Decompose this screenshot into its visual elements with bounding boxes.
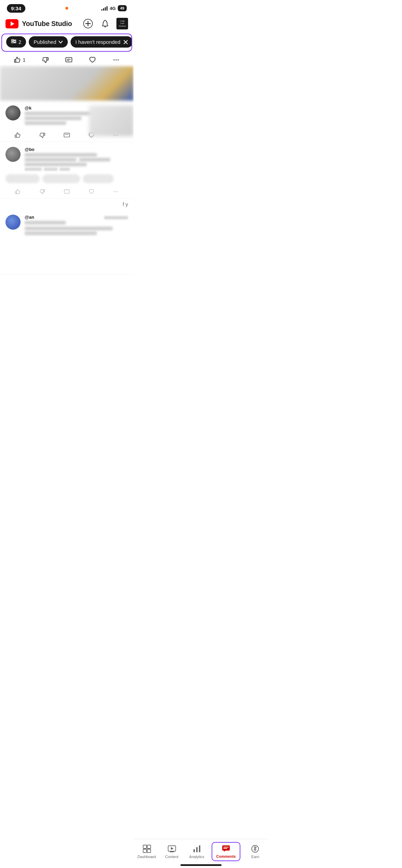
signal-bar-3: [105, 7, 106, 11]
filter-count-chip[interactable]: 2: [6, 36, 26, 48]
more-button-first[interactable]: [112, 56, 120, 63]
published-filter-chip[interactable]: Published: [29, 36, 68, 48]
comment-text-row-2c: [25, 163, 128, 166]
svg-rect-28: [43, 190, 45, 192]
meta-blurred-2b: [44, 168, 58, 171]
comment-content-3: @an: [25, 215, 128, 236]
avatar-3: [5, 215, 21, 230]
header-logo: YouTube Studio: [5, 19, 72, 28]
reply-button-c2[interactable]: [64, 189, 70, 195]
responded-filter-chip[interactable]: I haven't responded: [71, 36, 132, 48]
like-button-c1[interactable]: [14, 132, 21, 138]
comment-text-blurred-2d: [25, 163, 87, 166]
filter-icon: [11, 39, 16, 45]
more-button-c2[interactable]: [113, 189, 119, 195]
svg-point-9: [14, 41, 16, 42]
svg-rect-14: [66, 58, 72, 62]
svg-point-31: [114, 191, 114, 192]
svg-rect-29: [64, 190, 70, 193]
comment-item-2: @bo: [0, 142, 134, 199]
svg-rect-22: [64, 133, 70, 137]
svg-point-18: [114, 60, 115, 61]
reply-button-c1[interactable]: [63, 132, 70, 138]
first-comment-actions-row: 1: [0, 53, 134, 66]
comment-item-3: @an: [0, 210, 134, 274]
comment-header-1: @k: [5, 105, 128, 126]
comment-item-1: @k: [0, 101, 134, 142]
like-count: 1: [23, 57, 26, 63]
avatar-2: [5, 147, 21, 162]
status-bar: 9:34 4G 49: [0, 0, 134, 15]
reply-button-first[interactable]: [65, 56, 73, 63]
comment-text-blurred-2: [25, 116, 81, 120]
header: YouTube Studio Long Live Cinema: [0, 15, 134, 34]
close-icon[interactable]: [123, 40, 128, 44]
svg-point-8: [12, 39, 14, 41]
dislike-button-first[interactable]: [41, 56, 49, 63]
comment-text-row-2b: [25, 158, 128, 162]
signal-bars: [101, 6, 108, 11]
partial-visible-text: f y: [0, 199, 134, 210]
signal-bar-2: [103, 8, 104, 11]
status-time: 9:34: [7, 4, 25, 13]
comment-text-blurred-2c: [79, 158, 110, 162]
like-button-first[interactable]: 1: [14, 56, 26, 63]
status-right: 4G 49: [101, 5, 127, 11]
responded-filter-label: I haven't responded: [75, 39, 120, 45]
svg-point-30: [115, 191, 116, 192]
comment-header-2: @bo: [5, 147, 128, 171]
meta-blurred-3-timestamp: [104, 216, 128, 219]
heart-button-c2[interactable]: [88, 189, 95, 195]
studio-title: YouTube Studio: [22, 20, 72, 28]
channel-avatar-label: Long Live Cinema: [119, 20, 126, 27]
signal-bar-4: [106, 6, 108, 11]
network-badge: 4G: [110, 6, 115, 11]
tag-pills-row: [5, 174, 128, 183]
comment-text-row-3c: [25, 231, 128, 235]
video-preview: [0, 66, 134, 101]
comment-content-2: @bo: [25, 147, 128, 171]
comment-actions-2: [5, 186, 128, 198]
username-2: @bo: [25, 147, 128, 152]
comment-text-blurred-3a: [25, 221, 66, 225]
add-button[interactable]: [82, 18, 94, 29]
comment-text-blurred-2b: [25, 158, 76, 162]
published-filter-label: Published: [34, 39, 56, 45]
comment-right-blurred-1: [89, 105, 134, 136]
wifi-indicator: [65, 7, 68, 10]
filter-bar: 2 Published I haven't responded: [1, 34, 132, 52]
comment-text-row-2a: [25, 153, 128, 157]
filter-count-label: 2: [18, 39, 21, 45]
comment-text-row-3b: [25, 227, 128, 230]
comment-header-3: @an: [5, 215, 128, 236]
svg-rect-20: [15, 135, 16, 137]
heart-button-first[interactable]: [89, 56, 96, 63]
dislike-button-c2[interactable]: [39, 189, 45, 195]
tag-pill-2: [42, 174, 80, 183]
comment-text-blurred-3b: [25, 227, 113, 230]
meta-blurred-2a: [25, 168, 42, 171]
comment-text-row-3a: [25, 221, 66, 225]
svg-point-32: [117, 191, 118, 192]
youtube-logo-icon: [5, 19, 18, 28]
tag-pill-1: [5, 174, 40, 183]
comment-text-blurred-2a: [25, 153, 97, 157]
chevron-down-icon: [58, 39, 63, 45]
svg-rect-27: [15, 191, 16, 194]
channel-avatar[interactable]: Long Live Cinema: [116, 18, 128, 29]
tag-pill-3: [83, 174, 114, 183]
comment-text-blurred-3: [25, 121, 66, 125]
comment-meta-2: [25, 168, 128, 171]
avatar-1: [5, 105, 21, 120]
svg-point-17: [116, 60, 117, 61]
svg-rect-13: [47, 58, 48, 60]
comment-text-blurred-3c: [25, 231, 97, 235]
signal-bar-1: [101, 9, 102, 11]
svg-rect-21: [44, 133, 45, 136]
header-actions: Long Live Cinema: [82, 18, 128, 29]
dislike-button-c1[interactable]: [39, 132, 46, 138]
battery-badge: 49: [118, 5, 127, 11]
notifications-button[interactable]: [99, 18, 111, 29]
username-3: @an: [25, 215, 66, 220]
like-button-c2[interactable]: [15, 189, 21, 195]
